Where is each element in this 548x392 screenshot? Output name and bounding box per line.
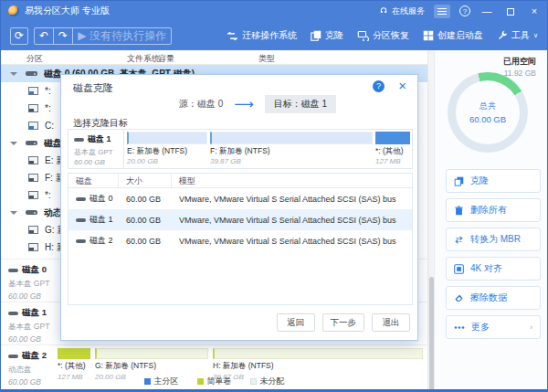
eraser-icon xyxy=(454,293,464,303)
preview-partition-f[interactable]: F: 新加卷 (NTFS) 39.87 GB xyxy=(210,132,373,168)
partition-icon xyxy=(28,226,38,234)
convert-to-mbr-button[interactable]: 转换为 MBR xyxy=(446,228,541,251)
partition-bar xyxy=(95,348,208,359)
chevron-down-icon xyxy=(10,211,17,215)
col-partition: 分区 xyxy=(26,53,43,65)
erase-data-button[interactable]: 擦除数据 xyxy=(446,286,541,310)
legend-unallocated: 未分配 xyxy=(250,376,285,387)
minimize-button[interactable]: — xyxy=(480,1,494,21)
partition-bar xyxy=(375,132,410,144)
headset-icon xyxy=(379,6,388,16)
disk-table-row-disk1[interactable]: 磁盘 1 60.00 GB VMware, VMware Virtual S S… xyxy=(68,209,412,230)
source-disk-label: 源：磁盘 0 xyxy=(179,98,223,111)
dialog-help-icon[interactable]: ? xyxy=(373,80,385,92)
partition-bar xyxy=(127,132,207,144)
migrate-os-button[interactable]: 迁移操作系统 xyxy=(227,29,297,42)
dialog-close-icon[interactable]: × xyxy=(398,78,406,93)
right-panel: 已用空间 11.92 GB 总共 60.00 GB 克隆 删除所有 转换为 MB… xyxy=(434,50,548,391)
partition-icon xyxy=(28,191,38,199)
convert-icon xyxy=(454,235,464,245)
disk-usage-donut-chart: 总共 60.00 GB xyxy=(448,72,528,153)
clone-icon xyxy=(454,176,464,186)
more-button[interactable]: 更多 › xyxy=(446,315,541,339)
partition-bar xyxy=(213,348,423,359)
chevron-down-icon xyxy=(10,72,17,76)
app-logo-icon xyxy=(8,5,19,16)
col-type: 类型 xyxy=(258,53,275,65)
partition-icon xyxy=(28,174,38,182)
legend-swatch-unallocated xyxy=(250,378,257,385)
refresh-button[interactable]: ⟳ xyxy=(10,27,28,45)
disk-icon xyxy=(8,312,18,315)
next-button[interactable]: 下一步 xyxy=(322,313,365,332)
preview-partition-other[interactable]: *: (其他) 127 MB xyxy=(375,132,410,168)
maximize-icon xyxy=(507,8,514,16)
legend-simple-volume: 简单卷 xyxy=(197,376,232,387)
redo-icon: ↷ xyxy=(58,29,68,42)
play-icon: ▶ xyxy=(78,28,86,44)
migrate-os-icon xyxy=(227,31,238,41)
disk-select-table: 磁盘 大小 模型 磁盘 0 60.00 GB VMware, VMware Vi… xyxy=(68,173,413,305)
partition-table-header: 分区 文件系统 容量 类型 xyxy=(1,50,427,65)
help-icon[interactable]: ? xyxy=(459,5,470,16)
undo-icon: ↶ xyxy=(39,29,48,42)
select-target-label: 选择克隆目标 xyxy=(73,117,128,130)
disk-table-header: 磁盘 大小 模型 xyxy=(68,174,412,188)
disk-icon xyxy=(74,138,84,142)
disk-icon xyxy=(76,197,86,201)
disk-table-row-disk2[interactable]: 磁盘 2 60.00 GB VMware, VMware Virtual S S… xyxy=(68,230,412,251)
disk-icon xyxy=(26,71,37,76)
disk-icon xyxy=(76,239,86,243)
target-disk-chip: 目标：磁盘 1 xyxy=(265,95,336,113)
menu-icon[interactable] xyxy=(434,5,450,18)
target-disk-preview: 磁盘 1 基本盘 GPT 60.00 GB E: 新加卷 (NTFS) 20.0… xyxy=(68,129,413,169)
disk-icon xyxy=(26,141,37,145)
disk-icon xyxy=(76,218,86,222)
online-service-button[interactable]: 在线服务 xyxy=(379,5,425,17)
clone-action-button[interactable]: 克隆 xyxy=(446,169,541,193)
partition-master-window: { "titlebar": { "app_title": "易我分区大师 专业版… xyxy=(0,0,548,392)
titlebar: 易我分区大师 专业版 在线服务 ? — × xyxy=(1,1,547,21)
clone-icon xyxy=(311,30,321,41)
refresh-icon: ⟳ xyxy=(15,29,24,42)
create-boot-disk-button[interactable]: 创建启动盘 xyxy=(423,29,483,42)
partition-icon xyxy=(28,104,38,112)
col-capacity: 容量 xyxy=(158,53,174,65)
disk-clone-dialog: 磁盘克隆 ? × 源：磁盘 0 ⟶ 目标：磁盘 1 选择克隆目标 磁盘 1 基本… xyxy=(60,74,418,341)
legend: 主分区 简单卷 未分配 xyxy=(1,376,427,387)
partition-icon xyxy=(28,156,38,164)
preview-partition-e[interactable]: E: 新加卷 (NTFS) 20.00 GB xyxy=(127,132,207,168)
arrow-right-icon: ⟶ xyxy=(234,100,254,109)
disk-icon xyxy=(26,210,37,215)
clone-button[interactable]: 克隆 xyxy=(311,29,343,42)
preview-disk-info: 磁盘 1 基本盘 GPT 60.00 GB xyxy=(68,130,124,168)
align-4k-button[interactable]: 4K 对齐 xyxy=(446,257,541,281)
trash-icon xyxy=(454,206,464,216)
partition-recovery-icon xyxy=(357,30,369,41)
more-icon xyxy=(454,325,465,330)
redo-button[interactable]: ↷ xyxy=(54,28,72,44)
chevron-right-icon: › xyxy=(530,323,532,332)
partition-recovery-button[interactable]: 分区恢复 xyxy=(357,29,409,42)
app-title: 易我分区大师 专业版 xyxy=(25,5,110,17)
undo-button[interactable]: ↶ xyxy=(35,28,53,44)
chevron-down-icon xyxy=(10,142,17,145)
close-button[interactable]: × xyxy=(527,1,542,21)
window-bottom-border xyxy=(1,389,547,391)
tools-menu-button[interactable]: 工具 ∨ xyxy=(497,29,538,42)
partition-icon xyxy=(28,243,38,251)
boot-disk-icon xyxy=(423,30,434,41)
legend-swatch-primary xyxy=(144,378,151,385)
disk-table-row-disk0[interactable]: 磁盘 0 60.00 GB VMware, VMware Virtual S S… xyxy=(68,188,412,209)
delete-all-button[interactable]: 删除所有 xyxy=(446,198,541,222)
vertical-scrollbar[interactable] xyxy=(427,50,434,391)
pending-operations-button[interactable]: ▶ 没有待执行操作 xyxy=(73,28,171,44)
legend-swatch-simple xyxy=(197,378,204,385)
toolbar: ⟳ ↶ ↷ ▶ 没有待执行操作 迁移操作系统 克隆 分区恢复 创建启动盘 xyxy=(1,21,547,50)
exit-button[interactable]: 退出 xyxy=(372,313,410,332)
partition-bar xyxy=(58,348,90,359)
back-button[interactable]: 返回 xyxy=(277,313,315,332)
partition-bar xyxy=(210,132,373,144)
legend-primary-partition: 主分区 xyxy=(144,376,179,387)
maximize-button[interactable] xyxy=(503,1,518,21)
